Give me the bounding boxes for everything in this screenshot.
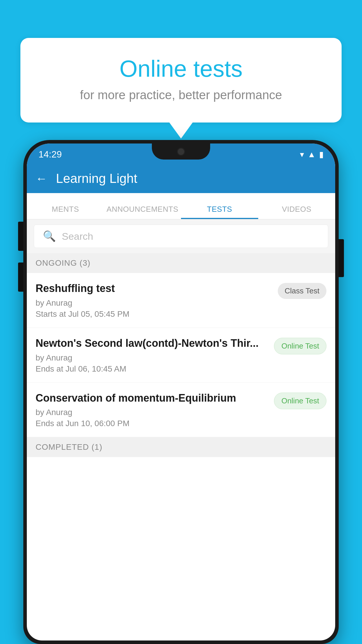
tab-ments[interactable]: MENTS <box>27 193 104 219</box>
ongoing-label: ONGOING (3) <box>36 258 90 267</box>
test-list: Reshuffling test by Anurag Starts at Jul… <box>27 273 335 437</box>
test-name-2: Newton's Second law(contd)-Newton's Thir… <box>36 337 268 350</box>
test-badge-3: Online Test <box>274 393 326 409</box>
vol-down-button <box>18 262 23 292</box>
ongoing-section-header: ONGOING (3) <box>27 253 335 273</box>
phone-frame: 14:29 ▾ ▲ ▮ ← Learning Light MENTS ANNOU… <box>23 140 339 644</box>
promo-title: Online tests <box>44 55 318 82</box>
speech-bubble: Online tests for more practice, better p… <box>20 38 342 123</box>
wifi-icon: ▾ <box>300 150 304 159</box>
speech-bubble-arrow <box>169 123 193 139</box>
test-author-1: by Anurag <box>36 298 272 308</box>
tabs-bar: MENTS ANNOUNCEMENTS TESTS VIDEOS <box>27 193 335 219</box>
test-info-2: Newton's Second law(contd)-Newton's Thir… <box>36 337 274 374</box>
tab-announcements[interactable]: ANNOUNCEMENTS <box>104 193 181 219</box>
search-icon: 🔍 <box>43 230 56 242</box>
back-button[interactable]: ← <box>36 172 47 185</box>
battery-icon: ▮ <box>319 150 324 159</box>
tab-videos[interactable]: VIDEOS <box>258 193 335 219</box>
tab-tests[interactable]: TESTS <box>181 193 258 219</box>
promo-subtitle: for more practice, better performance <box>44 88 318 102</box>
phone-notch <box>152 144 210 160</box>
test-time-1: Starts at Jul 05, 05:45 PM <box>36 309 272 319</box>
vol-up-button <box>18 222 23 251</box>
status-icons: ▾ ▲ ▮ <box>300 150 324 159</box>
test-item-2[interactable]: Newton's Second law(contd)-Newton's Thir… <box>27 328 335 383</box>
test-badge-2: Online Test <box>274 338 326 354</box>
phone-screen: 14:29 ▾ ▲ ▮ ← Learning Light MENTS ANNOU… <box>27 144 335 640</box>
test-info-3: Conservation of momentum-Equilibrium by … <box>36 391 274 428</box>
search-container: 🔍 Search <box>27 219 335 253</box>
app-title: Learning Light <box>56 171 137 186</box>
front-camera <box>177 148 185 156</box>
test-info-1: Reshuffling test by Anurag Starts at Jul… <box>36 282 278 319</box>
promo-section: Online tests for more practice, better p… <box>20 38 342 139</box>
test-time-3: Ends at Jun 10, 06:00 PM <box>36 419 268 428</box>
test-author-2: by Anurag <box>36 353 268 363</box>
signal-icon: ▲ <box>307 150 316 159</box>
app-header: ← Learning Light <box>27 164 335 193</box>
test-item-1[interactable]: Reshuffling test by Anurag Starts at Jul… <box>27 273 335 328</box>
test-badge-1: Class Test <box>278 283 326 299</box>
completed-section-header: COMPLETED (1) <box>27 437 335 457</box>
test-item-3[interactable]: Conservation of momentum-Equilibrium by … <box>27 383 335 438</box>
completed-label: COMPLETED (1) <box>36 442 102 452</box>
search-placeholder: Search <box>62 231 93 242</box>
status-time: 14:29 <box>38 149 62 160</box>
test-name-3: Conservation of momentum-Equilibrium <box>36 391 268 405</box>
test-name-1: Reshuffling test <box>36 282 272 295</box>
test-time-2: Ends at Jul 06, 10:45 AM <box>36 364 268 374</box>
test-author-3: by Anurag <box>36 408 268 417</box>
power-button <box>339 239 344 277</box>
search-bar[interactable]: 🔍 Search <box>34 225 328 248</box>
